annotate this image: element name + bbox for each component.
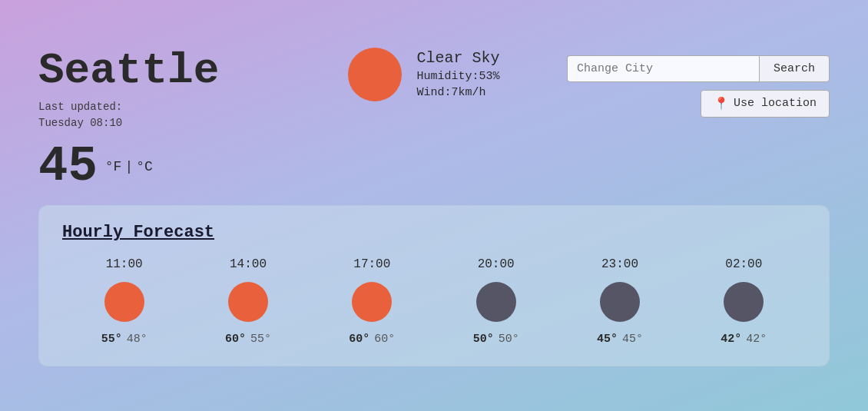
hour-temps: 50°50° <box>473 333 519 346</box>
hour-item: 20:0050°50° <box>434 257 558 346</box>
hour-temp-high: 55° <box>101 333 122 346</box>
hour-time: 11:00 <box>106 257 143 271</box>
hour-temp-low: 50° <box>499 333 519 346</box>
hour-item: 14:0060°55° <box>186 257 310 346</box>
pin-icon: 📍 <box>714 96 729 111</box>
hour-temp-high: 50° <box>473 333 494 346</box>
hour-temps: 60°60° <box>349 333 395 346</box>
temp-units: °F | °C <box>105 159 153 174</box>
wind-stat: Wind:7km/h <box>417 86 500 99</box>
temp-row: 45 °F | °C <box>38 142 219 191</box>
hour-temp-high: 42° <box>721 333 741 346</box>
hour-temps: 55°48° <box>101 333 147 346</box>
right-controls: Search 📍 Use location <box>567 48 830 118</box>
hour-temp-low: 48° <box>127 333 147 346</box>
temperature-display: 45 <box>38 142 98 191</box>
hour-temp-high: 60° <box>225 333 246 346</box>
hour-temps: 45°45° <box>597 333 643 346</box>
hour-time: 02:00 <box>725 257 762 271</box>
night-icon <box>724 282 764 322</box>
hour-item: 23:0045°45° <box>558 257 681 346</box>
hour-temps: 60°55° <box>225 333 271 346</box>
app-container: Seattle Last updated: Tuesday 08:10 45 °… <box>15 26 853 386</box>
hour-temp-high: 60° <box>349 333 369 346</box>
hour-temp-low: 45° <box>622 333 643 346</box>
city-title: Seattle <box>38 48 219 95</box>
hour-item: 11:0055°48° <box>62 257 186 346</box>
hour-item: 02:0042°42° <box>682 257 806 346</box>
last-updated-label: Last updated: <box>38 101 122 113</box>
humidity-stat: Humidity:53% <box>417 70 500 83</box>
celsius-button[interactable]: °C <box>136 159 153 174</box>
search-row: Search <box>567 55 830 82</box>
night-icon <box>600 282 640 322</box>
left-info: Seattle Last updated: Tuesday 08:10 45 °… <box>38 48 219 192</box>
weather-icon-area: Clear Sky Humidity:53% Wind:7km/h <box>348 48 500 101</box>
hour-time: 14:00 <box>230 257 267 271</box>
hour-time: 23:00 <box>601 257 638 271</box>
current-weather-icon <box>348 48 402 101</box>
use-location-button[interactable]: 📍 Use location <box>701 90 830 118</box>
hour-time: 20:00 <box>478 257 515 271</box>
hour-temps: 42°42° <box>721 333 767 346</box>
sun-icon <box>352 282 392 322</box>
weather-details: Clear Sky Humidity:53% Wind:7km/h <box>417 49 500 99</box>
sun-icon <box>104 282 144 322</box>
last-updated: Last updated: Tuesday 08:10 <box>38 99 219 131</box>
hour-temp-low: 55° <box>250 333 271 346</box>
forecast-card: Hourly Forecast 11:0055°48°14:0060°55°17… <box>38 205 830 366</box>
top-section: Seattle Last updated: Tuesday 08:10 45 °… <box>38 48 830 192</box>
hour-time: 17:00 <box>353 257 390 271</box>
hour-item: 17:0060°60° <box>310 257 434 346</box>
unit-separator: | <box>124 159 133 174</box>
fahrenheit-button[interactable]: °F <box>105 159 122 174</box>
use-location-label: Use location <box>734 97 817 110</box>
hour-temp-low: 42° <box>746 333 767 346</box>
last-updated-time: Tuesday 08:10 <box>38 117 122 129</box>
hourly-grid: 11:0055°48°14:0060°55°17:0060°60°20:0050… <box>62 257 806 346</box>
weather-condition: Clear Sky <box>417 49 500 67</box>
search-button[interactable]: Search <box>759 55 830 82</box>
night-icon <box>476 282 516 322</box>
forecast-title: Hourly Forecast <box>62 223 806 242</box>
hour-temp-high: 45° <box>597 333 618 346</box>
hour-temp-low: 60° <box>374 333 395 346</box>
city-search-input[interactable] <box>567 55 759 82</box>
sun-icon <box>228 282 268 322</box>
